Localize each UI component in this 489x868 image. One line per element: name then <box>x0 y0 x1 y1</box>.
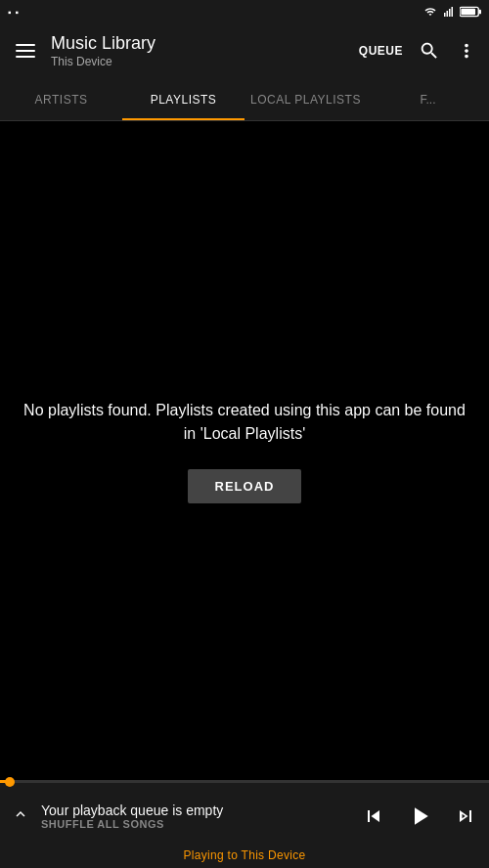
tab-artists[interactable]: ARTISTS <box>0 78 122 120</box>
app-icon: ▪ <box>16 7 20 18</box>
previous-button[interactable] <box>362 804 385 828</box>
tabs-bar: ARTISTS PLAYLISTS LOCAL PLAYLISTS F... <box>0 78 489 121</box>
svg-rect-1 <box>447 11 449 17</box>
signal-icon <box>442 6 456 18</box>
svg-rect-3 <box>452 7 454 17</box>
empty-message: No playlists found. Playlists created us… <box>20 399 469 446</box>
notification-icon: ▪ <box>8 7 12 18</box>
top-bar-actions: QUEUE <box>359 40 477 62</box>
svg-rect-6 <box>461 9 475 15</box>
top-bar: Music Library This Device QUEUE <box>0 23 489 78</box>
reload-button[interactable]: RELOAD <box>188 469 302 503</box>
player-info-row: Your playback queue is empty SHUFFLE ALL… <box>0 783 489 848</box>
battery-icon <box>460 6 481 18</box>
progress-dot <box>5 777 15 787</box>
tab-folders[interactable]: F... <box>367 78 489 120</box>
player-text-block: Your playback queue is empty SHUFFLE ALL… <box>41 803 350 830</box>
menu-button[interactable] <box>12 40 39 62</box>
shuffle-all-button[interactable]: SHUFFLE ALL SONGS <box>41 818 350 830</box>
app-subtitle: This Device <box>51 55 347 68</box>
status-bar-left: ▪ ▪ <box>8 7 19 18</box>
tab-playlists[interactable]: PLAYLISTS <box>122 78 244 120</box>
svg-rect-5 <box>479 10 481 15</box>
tab-local-playlists[interactable]: LOCAL PLAYLISTS <box>244 78 367 120</box>
progress-fill <box>0 780 10 783</box>
svg-rect-0 <box>444 13 446 17</box>
title-block: Music Library This Device <box>51 33 347 68</box>
queue-empty-text: Your playback queue is empty <box>41 803 350 818</box>
status-bar: ▪ ▪ <box>0 0 489 23</box>
bottom-player: Your playback queue is empty SHUFFLE ALL… <box>0 783 489 868</box>
svg-rect-2 <box>449 9 451 17</box>
playing-to-label: Playing to This Device <box>0 848 489 868</box>
expand-player-button[interactable] <box>12 805 29 827</box>
menu-icon <box>16 44 35 46</box>
progress-bar[interactable] <box>0 780 489 783</box>
main-content: No playlists found. Playlists created us… <box>0 121 489 780</box>
play-button[interactable] <box>405 802 434 831</box>
status-bar-right <box>422 6 481 18</box>
app-title: Music Library <box>51 33 347 55</box>
wifi-icon <box>422 6 438 18</box>
more-options-button[interactable] <box>456 40 477 62</box>
player-controls <box>362 802 477 831</box>
queue-button[interactable]: QUEUE <box>359 44 403 58</box>
next-button[interactable] <box>454 804 477 828</box>
search-button[interactable] <box>419 40 440 62</box>
